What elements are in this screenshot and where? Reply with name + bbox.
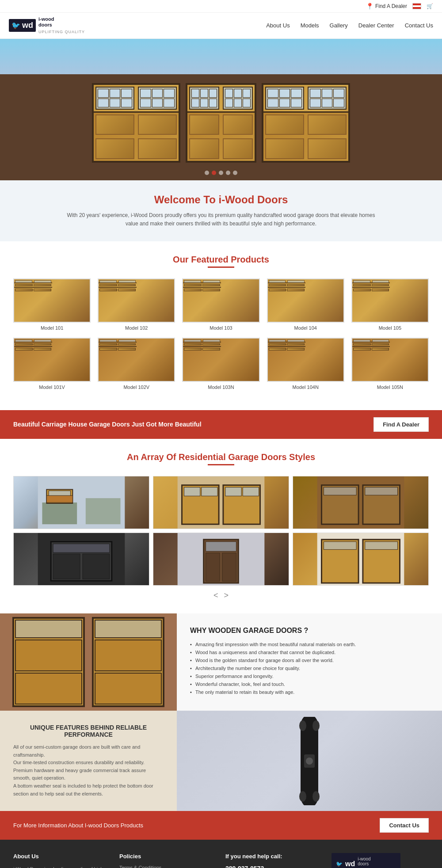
product-101v-name: Model 101V [13, 385, 91, 390]
footer-logo: 🐦 wd i-wood doors UPLIFTING QUALITY [332, 853, 400, 868]
window-pane [140, 89, 151, 98]
door-mid [99, 283, 137, 288]
footer-help-title: If you need help call: [225, 853, 323, 860]
svg-rect-37 [15, 673, 82, 704]
product-103[interactable]: Model 103 [182, 278, 259, 331]
svg-rect-21 [53, 554, 80, 579]
carousel-dot-2[interactable] [212, 171, 216, 175]
door-panel [189, 138, 219, 159]
nav-contact[interactable]: Contact Us [405, 22, 433, 29]
product-103n[interactable]: Model 103N [182, 338, 259, 390]
carousel-dot-5[interactable] [233, 171, 237, 175]
product-104[interactable]: Model 104 [267, 278, 344, 331]
dp [202, 289, 220, 291]
window-pane [110, 89, 121, 98]
door-window [15, 339, 32, 342]
dp [287, 348, 305, 350]
door-top [99, 279, 137, 283]
style-image-1[interactable] [13, 476, 149, 529]
window-pane [152, 99, 163, 107]
why-wooden-image [0, 613, 177, 711]
door-window [99, 280, 117, 283]
nav-dealer-center[interactable]: Dealer Center [358, 22, 394, 29]
style-image-5[interactable] [153, 533, 289, 586]
product-104n[interactable]: Model 104N [267, 338, 344, 390]
find-dealer-button[interactable]: Find A Dealer [373, 417, 429, 432]
window-pane [322, 99, 333, 107]
product-101[interactable]: Model 101 [13, 278, 91, 331]
dp [34, 289, 51, 291]
logo[interactable]: 🐦 wd i-wood doors UPLIFTING QUALITY [9, 16, 85, 35]
door-visual [268, 339, 306, 351]
product-105-image [351, 278, 429, 323]
style-image-3[interactable] [293, 476, 429, 529]
door-window [372, 339, 389, 342]
door-mid [268, 343, 306, 347]
style-image-2[interactable] [153, 476, 289, 529]
svg-rect-39 [95, 620, 161, 638]
product-101v[interactable]: Model 101V [13, 338, 91, 390]
carousel-dot-3[interactable] [219, 171, 223, 175]
door-visual [352, 279, 390, 292]
product-105n-name: Model 105N [351, 385, 429, 390]
dp [99, 284, 117, 286]
style-image-5-svg [153, 533, 289, 585]
hero-doors-image [0, 74, 442, 180]
main-navigation: About Us Models Gallery Dealer Center Co… [266, 22, 433, 29]
svg-rect-10 [202, 487, 217, 496]
style-image-4[interactable] [13, 533, 149, 586]
door-window [184, 280, 201, 283]
door-mid [352, 283, 390, 288]
window-pane [267, 99, 278, 107]
door-window [34, 280, 51, 283]
hero-door-lower [94, 111, 179, 161]
nav-gallery[interactable]: Gallery [330, 22, 348, 29]
featured-underline [208, 266, 234, 268]
style-image-6[interactable] [293, 533, 429, 586]
product-102v-image [98, 338, 175, 382]
nav-about[interactable]: About Us [266, 22, 290, 29]
door-bot [14, 288, 52, 292]
carousel-next-button[interactable]: > [224, 591, 229, 600]
door-panel [223, 138, 253, 159]
dp [353, 348, 371, 350]
footer-about-text: i-Wood Doors is a leading supplier of hi… [13, 865, 110, 868]
product-105n[interactable]: Model 105N [351, 338, 429, 390]
carousel-dot-4[interactable] [226, 171, 230, 175]
door-window [203, 280, 220, 283]
window-pane [110, 99, 121, 107]
product-102v[interactable]: Model 102V [98, 338, 175, 390]
dp [372, 348, 389, 350]
canada-flag-icon [412, 3, 421, 9]
svg-rect-20 [53, 544, 110, 553]
unique-features-title: UNIQUE FEATURES BEHIND RELIABLE PERFORMA… [13, 724, 164, 738]
contact-us-button[interactable]: Contact Us [380, 818, 429, 833]
nav-models[interactable]: Models [301, 22, 319, 29]
welcome-text: With 20 years' experience, i-Wood Doors … [66, 211, 376, 228]
door-top [268, 339, 306, 343]
door-panel [138, 138, 177, 159]
find-dealer-top[interactable]: 📍 Find A Dealer [366, 3, 407, 10]
product-105[interactable]: Model 105 [351, 278, 429, 331]
logo-box: 🐦 wd [9, 19, 36, 32]
door-window [34, 339, 51, 342]
footer-link-terms[interactable]: Terms & Conditions [119, 865, 217, 868]
product-102[interactable]: Model 102 [98, 278, 175, 331]
carousel-prev-button[interactable]: < [213, 591, 218, 600]
featured-title: Our Featured Products [13, 255, 429, 265]
dp [184, 284, 202, 286]
svg-point-48 [312, 791, 320, 802]
carousel-controls: < > [13, 591, 429, 600]
carousel-dot-1[interactable] [205, 171, 209, 175]
main-header: 🐦 wd i-wood doors UPLIFTING QUALITY Abou… [0, 13, 442, 39]
style-image-1-svg [14, 476, 149, 529]
cart-button[interactable]: 🛒 [427, 3, 433, 9]
dp [118, 284, 136, 286]
dp [34, 348, 51, 350]
door-window [99, 339, 117, 342]
window-pane [140, 99, 151, 107]
logo-bird-icon: 🐦 [11, 21, 20, 30]
why-wooden-point-7: The only material to retain its beauty w… [190, 689, 429, 695]
product-101v-image [13, 338, 91, 382]
products-row-1: Model 101 Model 102 [13, 278, 429, 331]
